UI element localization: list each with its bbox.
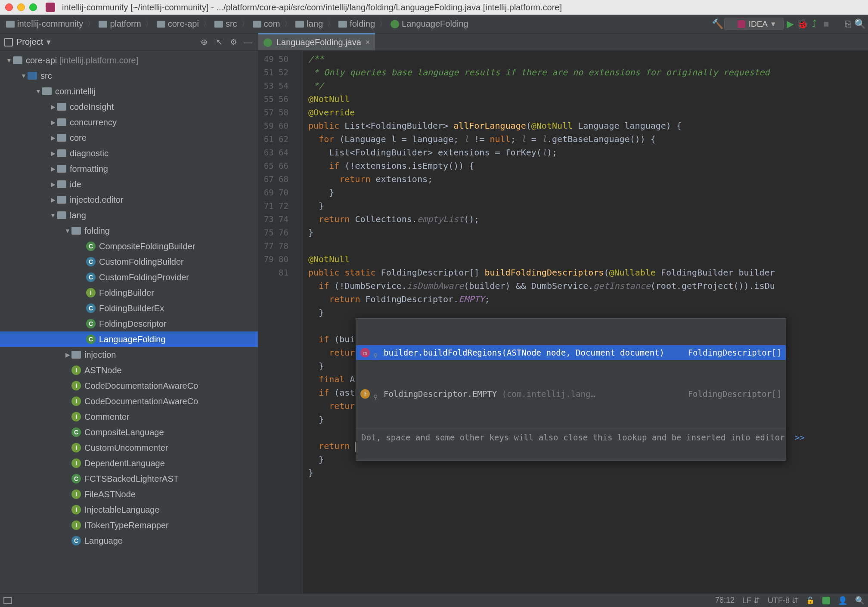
- editor-tab[interactable]: LanguageFolding.java ×: [258, 33, 375, 50]
- search-icon[interactable]: 🔍: [855, 596, 865, 605]
- line-separator[interactable]: LF ⇵: [742, 596, 760, 605]
- tree-item-interface[interactable]: ASTNode: [0, 362, 258, 378]
- chevron-down-icon[interactable]: ▾: [46, 37, 51, 47]
- project-title[interactable]: Project: [16, 37, 43, 47]
- tree-item-interface[interactable]: ITokenTypeRemapper: [0, 517, 258, 533]
- breadcrumb-item[interactable]: LanguageFolding: [387, 18, 472, 30]
- class-icon: [71, 474, 81, 483]
- run-config-selector[interactable]: IDEA▾: [724, 18, 784, 30]
- tree-item-package[interactable]: ide: [0, 177, 258, 192]
- tree-item-interface[interactable]: CodeDocumentationAwareCo: [0, 378, 258, 393]
- completion-hint: Dot, space and some other keys will also…: [356, 428, 786, 447]
- tree-item-class[interactable]: FCTSBackedLighterAST: [0, 471, 258, 486]
- tree-item-module[interactable]: core-api [intellij.platform.core]: [0, 53, 258, 68]
- breadcrumb-item[interactable]: core-api: [153, 18, 202, 30]
- breadcrumb-item[interactable]: intellij-community: [3, 18, 87, 30]
- class-icon: [86, 304, 96, 313]
- settings-button[interactable]: ⚙: [228, 37, 239, 48]
- stop-button[interactable]: ■: [821, 19, 832, 30]
- tree-item-class[interactable]: CompositeLanguage: [0, 424, 258, 440]
- caret-position[interactable]: 78:12: [715, 596, 735, 605]
- bug-icon: 🐞: [797, 19, 808, 30]
- locate-button[interactable]: ⊕: [198, 37, 210, 48]
- tree-item-interface[interactable]: Commenter: [0, 409, 258, 424]
- vcs-update-button[interactable]: ⎘: [842, 19, 853, 30]
- file-encoding[interactable]: UTF-8 ⇵: [768, 596, 798, 605]
- window-minimize-button[interactable]: [17, 3, 25, 11]
- breadcrumb-item[interactable]: folding: [335, 18, 378, 30]
- class-icon: [86, 319, 96, 328]
- breadcrumb-label: src: [226, 19, 237, 29]
- package-icon: [57, 118, 66, 126]
- package-icon: [57, 134, 66, 142]
- tree-item-class[interactable]: FoldingDescriptor: [0, 316, 258, 331]
- tree-item-class[interactable]: CompositeFoldingBuilder: [0, 238, 258, 254]
- folder-icon: [214, 21, 223, 28]
- tree-item-package[interactable]: injection: [0, 347, 258, 362]
- class-icon: [86, 257, 96, 266]
- gear-icon: ⚙: [230, 37, 237, 47]
- tree-item-class[interactable]: CustomFoldingProvider: [0, 269, 258, 285]
- class-icon: [264, 38, 272, 47]
- breadcrumb-item[interactable]: com: [249, 18, 284, 30]
- tree-item-class[interactable]: FoldingBuilderEx: [0, 300, 258, 316]
- tree-item-package[interactable]: folding: [0, 223, 258, 238]
- window-close-button[interactable]: [5, 3, 13, 11]
- project-view-icon: [4, 38, 13, 46]
- tree-item-interface[interactable]: InjectableLanguage: [0, 502, 258, 517]
- collapse-button[interactable]: ⇱: [213, 37, 224, 48]
- tree-item-package[interactable]: codeInsight: [0, 99, 258, 115]
- package-icon: [57, 103, 66, 111]
- tool-window-toggle[interactable]: [3, 597, 12, 604]
- tree-item-class-selected[interactable]: LanguageFolding: [0, 331, 258, 347]
- tree-item-interface[interactable]: DependentLanguage: [0, 455, 258, 471]
- tree-item-class[interactable]: Language: [0, 533, 258, 548]
- target-icon: ⊕: [201, 37, 208, 47]
- tree-item-folder[interactable]: src: [0, 68, 258, 84]
- package-icon: [57, 180, 66, 188]
- coverage-button[interactable]: ⤴: [809, 19, 820, 30]
- tree-item-package[interactable]: com.intellij: [0, 84, 258, 99]
- completion-return-type: FoldingDescriptor[]: [688, 387, 781, 401]
- intellij-icon: [738, 20, 745, 28]
- project-tool-window: Project ▾ ⊕ ⇱ ⚙ — core-api [intellij.pla…: [0, 34, 258, 593]
- chevron-down-icon: ▾: [771, 19, 775, 29]
- completion-return-type: FoldingDescriptor[]: [688, 346, 781, 359]
- tree-item-package[interactable]: core: [0, 130, 258, 146]
- completion-item[interactable]: ⚲ FoldingDescriptor.EMPTY (com.intellij.…: [356, 387, 786, 401]
- completion-item-selected[interactable]: ⚲ builder.buildFoldRegions(ASTNode node,…: [356, 345, 786, 360]
- line-number-gutter[interactable]: 49 50 51 52 53 54 55 56 57 58 59 60 61 6…: [258, 51, 293, 593]
- hide-button[interactable]: —: [242, 37, 254, 48]
- debug-button[interactable]: 🐞: [797, 19, 808, 30]
- fold-gutter[interactable]: [293, 51, 303, 593]
- tree-item-package[interactable]: lang: [0, 207, 258, 223]
- memory-indicator[interactable]: 👤: [838, 596, 847, 605]
- tree-item-interface[interactable]: FileASTNode: [0, 486, 258, 502]
- project-tree[interactable]: core-api [intellij.platform.core] src co…: [0, 51, 258, 593]
- breadcrumb-item[interactable]: platform: [95, 18, 144, 30]
- package-icon: [57, 149, 66, 157]
- tree-item-package[interactable]: injected.editor: [0, 192, 258, 207]
- tree-item-interface[interactable]: CustomUncommenter: [0, 440, 258, 455]
- window-zoom-button[interactable]: [29, 3, 37, 11]
- build-button[interactable]: 🔨: [712, 19, 723, 30]
- completion-hint-link[interactable]: >>: [795, 433, 805, 442]
- tree-item-interface[interactable]: FoldingBuilder: [0, 285, 258, 300]
- run-button[interactable]: ▶: [784, 19, 796, 30]
- inspection-indicator[interactable]: [822, 597, 830, 604]
- breadcrumb-item[interactable]: src: [211, 18, 241, 30]
- code-editor[interactable]: /** * Only queries base language results…: [303, 51, 868, 593]
- folder-icon: [6, 21, 15, 28]
- tree-item-package[interactable]: concurrency: [0, 115, 258, 130]
- readonly-toggle[interactable]: 🔓: [806, 596, 815, 604]
- folder-icon: [28, 72, 37, 80]
- folder-icon: [99, 21, 107, 28]
- play-icon: ▶: [787, 19, 794, 30]
- tree-item-package[interactable]: formatting: [0, 161, 258, 177]
- search-everywhere-button[interactable]: 🔍: [854, 19, 865, 30]
- tree-item-package[interactable]: diagnostic: [0, 146, 258, 161]
- tree-item-class[interactable]: CustomFoldingBuilder: [0, 254, 258, 269]
- close-icon[interactable]: ×: [366, 38, 370, 47]
- tree-item-interface[interactable]: CodeDocumentationAwareCo: [0, 393, 258, 409]
- breadcrumb-item[interactable]: lang: [292, 18, 326, 30]
